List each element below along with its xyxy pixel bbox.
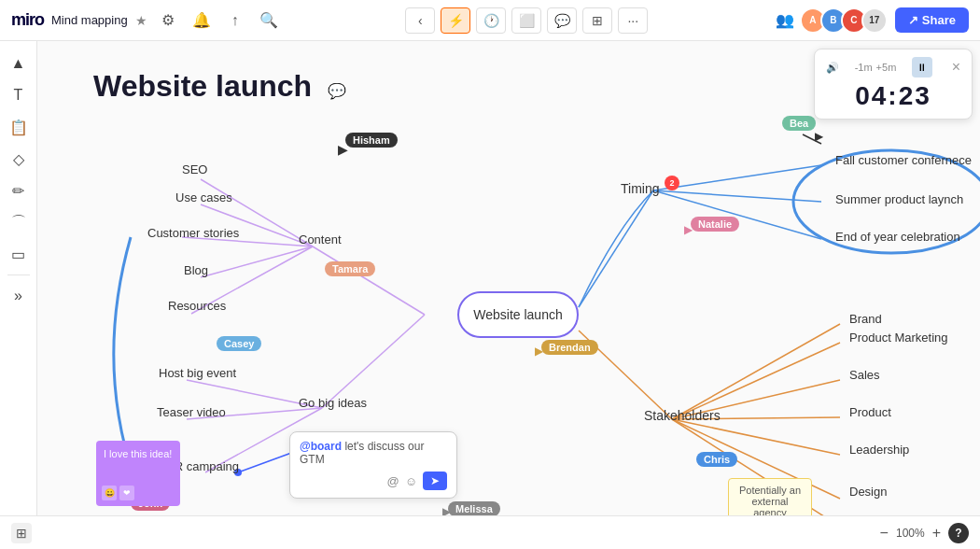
topbar-center: ‹ ⚡ 🕐 ⬜ 💬 ⊞ ··· bbox=[405, 7, 648, 34]
svg-line-3 bbox=[182, 237, 313, 246]
timer-pause-btn[interactable]: ⏸ bbox=[912, 57, 932, 77]
avatar-count: 17 bbox=[861, 7, 888, 34]
svg-line-19 bbox=[672, 419, 840, 455]
notification-badge: 2 bbox=[665, 176, 679, 190]
node-customer-stories: Customer stories bbox=[147, 226, 239, 240]
bottom-bar: ⊞ − 100% + ? bbox=[0, 515, 980, 549]
comment-box: @board let's discuss our GTM @ ☺ ➤ bbox=[289, 431, 457, 499]
ext-agency-note: Potentially an external agency bbox=[728, 478, 812, 515]
svg-point-22 bbox=[793, 150, 980, 253]
node-content: Content bbox=[299, 232, 342, 246]
svg-line-16 bbox=[672, 343, 840, 419]
cursor-arrow-brendan: ▶ bbox=[535, 345, 543, 358]
sticky-icon-2: ❤ bbox=[119, 486, 134, 500]
comment-actions: @ ☺ ➤ bbox=[300, 472, 447, 490]
timer-time: 04:23 bbox=[855, 81, 931, 110]
help-button[interactable]: ? bbox=[948, 523, 969, 543]
svg-line-10 bbox=[653, 165, 821, 190]
timer-top: 🔊 -1m +5m ⏸ × bbox=[826, 57, 960, 77]
send-button[interactable]: ➤ bbox=[423, 472, 447, 490]
share-icon: ↗ bbox=[908, 13, 918, 27]
emoji-icon[interactable]: @ bbox=[387, 474, 399, 488]
note-tool[interactable]: 📋 bbox=[4, 112, 34, 142]
notifications-icon[interactable]: 🔔 bbox=[189, 7, 215, 34]
screen-btn[interactable]: ⬜ bbox=[511, 7, 541, 34]
share-button[interactable]: ↗ Share bbox=[895, 7, 969, 33]
chat-btn[interactable]: 💬 bbox=[547, 7, 577, 34]
cursor-tamara: Tamara bbox=[325, 261, 375, 276]
bottom-left: ⊞ bbox=[11, 523, 32, 543]
node-teaser-video: Teaser video bbox=[157, 405, 226, 419]
node-design: Design bbox=[849, 485, 887, 499]
svg-line-18 bbox=[672, 417, 840, 419]
volume-icon[interactable]: 🔊 bbox=[826, 62, 839, 74]
lightning-btn[interactable]: ⚡ bbox=[441, 7, 470, 34]
upload-icon[interactable]: ↑ bbox=[222, 7, 248, 34]
svg-line-24 bbox=[238, 452, 294, 472]
search-icon[interactable]: 🔍 bbox=[256, 7, 282, 34]
svg-line-0 bbox=[313, 246, 425, 315]
node-brand: Brand bbox=[849, 312, 882, 326]
timer-presets: -1m +5m bbox=[855, 62, 897, 73]
node-timing: Timing bbox=[621, 181, 660, 196]
pen-tool[interactable]: ✏ bbox=[4, 176, 34, 205]
cursor-hisham: Hisham bbox=[345, 133, 398, 148]
collab-icon[interactable]: 👥 bbox=[772, 7, 798, 34]
canvas: Website launch 💬 Website launch SEO Use … bbox=[37, 41, 980, 515]
comment-text: @board let's discuss our GTM bbox=[300, 440, 447, 466]
node-summer: Summer product laynch bbox=[835, 192, 963, 206]
node-go-big-ideas: Go big ideas bbox=[299, 396, 367, 410]
cursor-chris: Chris bbox=[696, 452, 737, 467]
timer-controls: ⏸ bbox=[912, 57, 932, 77]
toolbar-separator bbox=[7, 274, 30, 275]
cursor-arrow-melissa: ▶ bbox=[442, 505, 451, 515]
svg-line-13 bbox=[579, 190, 653, 307]
text-tool[interactable]: T bbox=[4, 80, 34, 110]
svg-point-23 bbox=[234, 469, 242, 476]
frame-tool[interactable]: ▭ bbox=[4, 239, 34, 269]
node-fall: Fall customer confernece bbox=[835, 153, 972, 167]
more-tools[interactable]: » bbox=[4, 281, 34, 311]
timer-widget: 🔊 -1m +5m ⏸ × 04:23 bbox=[814, 49, 973, 120]
sticky-note: I love this idea! 😀 ❤ bbox=[96, 441, 180, 506]
close-icon[interactable]: × bbox=[952, 59, 960, 76]
shape-tool[interactable]: ◇ bbox=[4, 144, 34, 174]
more-btn[interactable]: ··· bbox=[618, 7, 648, 34]
svg-line-4 bbox=[201, 246, 313, 277]
cursor-natalie: Natalie bbox=[691, 217, 739, 232]
svg-line-17 bbox=[672, 380, 840, 419]
grid-view-btn[interactable]: ⊞ bbox=[11, 523, 32, 543]
cursor-arrow-natalie: ▶ bbox=[684, 223, 693, 236]
grid-btn[interactable]: ⊞ bbox=[582, 7, 612, 34]
connector-tool[interactable]: ⌒ bbox=[4, 207, 34, 237]
center-node[interactable]: Website launch bbox=[457, 291, 579, 338]
node-host-big-event: Host big event bbox=[159, 366, 236, 380]
back-btn[interactable]: ‹ bbox=[405, 7, 435, 34]
clock-btn[interactable]: 🕐 bbox=[476, 7, 506, 34]
settings-icon[interactable]: ⚙ bbox=[155, 7, 181, 34]
mention-icon[interactable]: ☺ bbox=[405, 474, 417, 488]
miro-logo: miro bbox=[11, 10, 44, 30]
cursor-brendan: Brendan bbox=[541, 340, 598, 355]
chat-icon-title: 💬 bbox=[328, 83, 346, 99]
svg-line-12 bbox=[653, 190, 821, 239]
topbar-right: 👥 A B C 17 ↗ Share bbox=[772, 7, 969, 34]
select-tool[interactable]: ▲ bbox=[4, 49, 34, 78]
cursor-melissa: Melissa bbox=[448, 501, 500, 515]
node-leadership: Leadership bbox=[849, 443, 909, 457]
zoom-minus[interactable]: − bbox=[880, 525, 889, 542]
top-bar: miro Mind mapping ★ ⚙ 🔔 ↑ 🔍 ‹ ⚡ 🕐 ⬜ 💬 ⊞ … bbox=[0, 0, 980, 41]
zoom-plus[interactable]: + bbox=[932, 525, 941, 542]
star-icon[interactable]: ★ bbox=[135, 13, 147, 28]
node-seo: SEO bbox=[182, 162, 207, 176]
board-title-tab: Mind mapping bbox=[51, 13, 128, 27]
svg-line-1 bbox=[201, 179, 313, 246]
svg-line-8 bbox=[187, 380, 322, 408]
bottom-right: − 100% + ? bbox=[880, 523, 969, 543]
sticky-icon-1: 😀 bbox=[102, 486, 117, 500]
svg-line-2 bbox=[201, 204, 313, 246]
left-toolbar: ▲ T 📋 ◇ ✏ ⌒ ▭ » ↩ bbox=[0, 41, 37, 549]
node-resources: Resources bbox=[168, 299, 226, 313]
board-title-main: Website launch 💬 bbox=[93, 69, 346, 104]
svg-line-7 bbox=[187, 408, 322, 419]
